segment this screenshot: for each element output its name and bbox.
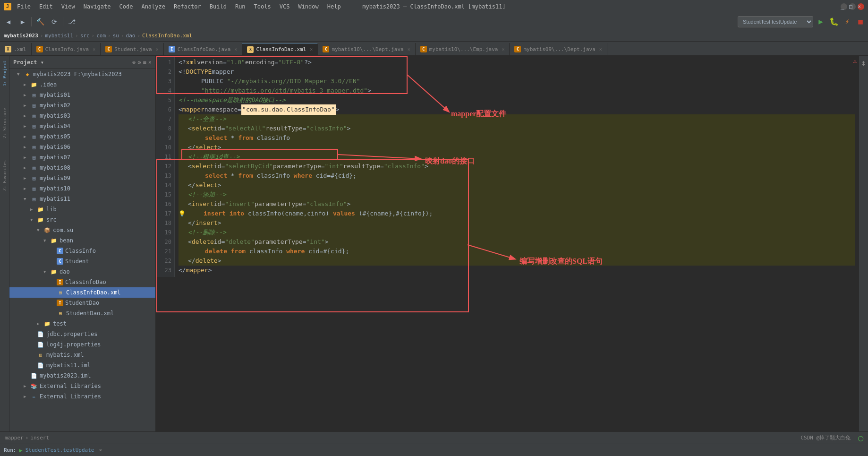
tab-xml-marker[interactable]: X .xml xyxy=(0,43,32,55)
sidebar-icon-localize[interactable]: ⊕ xyxy=(132,59,136,66)
tree-lib[interactable]: ▶ 📁 lib xyxy=(9,204,155,215)
expand-arrow-idea: ▶ xyxy=(24,82,30,87)
tab-mybatis09-dept[interactable]: C mybatis09\...\Dept.java × xyxy=(510,43,607,55)
tree-mybatis02[interactable]: ▶ ▤ mybatis02 xyxy=(9,100,155,111)
profile-btn[interactable]: ⚡ xyxy=(842,16,853,27)
tab-classinfodao-xml-close[interactable]: × xyxy=(310,47,313,52)
code-editor[interactable]: 1 2 3 4 5 6 7 8 9 10 11 12 13 14 15 16 1… xyxy=(156,56,859,277)
menu-run[interactable]: Run xyxy=(231,2,249,11)
tree-classinfodao-interface[interactable]: I ClassInfoDao xyxy=(9,277,155,287)
menu-help[interactable]: Help xyxy=(323,2,345,11)
tab-classinfodao-java-close[interactable]: × xyxy=(234,47,237,52)
build-btn[interactable]: 🔨 xyxy=(34,15,47,28)
menu-window[interactable]: Window xyxy=(294,2,322,11)
tree-external-libs[interactable]: ▶ 📚 External Libraries xyxy=(9,381,155,391)
tree-mybatis11-iml[interactable]: 📄 mybatis11.iml xyxy=(9,360,155,370)
tree-studentdao-interface[interactable]: I StudentDao xyxy=(9,298,155,308)
menu-refactor[interactable]: Refactor xyxy=(170,2,205,11)
run-btn[interactable]: ▶ xyxy=(815,16,826,27)
code-content[interactable]: <?xml version="1.0" encoding="UTF-8"?> <… xyxy=(175,56,859,277)
tab-mybatis09-dept-close[interactable]: × xyxy=(599,47,602,52)
menu-tools[interactable]: Tools xyxy=(250,2,275,11)
stop-btn[interactable]: ■ xyxy=(855,16,866,27)
tree-dao[interactable]: ▼ 📁 dao xyxy=(9,267,155,277)
run-bar-close[interactable]: × xyxy=(99,447,102,453)
tree-mybatis09[interactable]: ▶ ▤ mybatis09 xyxy=(9,173,155,183)
menu-code[interactable]: Code xyxy=(116,2,137,11)
tree-classinfo[interactable]: C ClassInfo xyxy=(9,246,155,256)
bc-src[interactable]: src xyxy=(80,33,90,39)
tree-mybatis07[interactable]: ▶ ▤ mybatis07 xyxy=(9,152,155,163)
tab-classinfo-close[interactable]: × xyxy=(93,47,95,52)
tree-mybatis-xml[interactable]: ⊞ mybatis.xml xyxy=(9,350,155,360)
tree-test[interactable]: ▶ 📁 test xyxy=(9,318,155,329)
tree-idea[interactable]: ▶ 📁 .idea xyxy=(9,79,155,90)
tree-studentdao-xml[interactable]: ⊞ StudentDao.xml xyxy=(9,308,155,318)
tab-student-java[interactable]: C Student.java × xyxy=(101,43,164,55)
close-btn[interactable]: × xyxy=(858,3,864,10)
bc-com[interactable]: com xyxy=(96,33,106,39)
favorites-tab[interactable]: Z: Favorites xyxy=(1,156,8,195)
tree-mybatis11[interactable]: ▼ ▤ mybatis11 xyxy=(9,194,155,204)
tree-com-su[interactable]: ▼ 📦 com.su xyxy=(9,225,155,235)
tree-log4j-props[interactable]: 📄 log4j.properties xyxy=(9,339,155,350)
tab-classinfodao-xml[interactable]: X ClassInfoDao.xml × xyxy=(242,43,318,55)
tree-mybatis10-label: mybatis10 xyxy=(40,185,70,192)
tree-mybatis2023-iml[interactable]: 📄 mybatis2023.iml xyxy=(9,370,155,381)
bc-mybatis2023[interactable]: mybatis2023 xyxy=(4,33,38,39)
sidebar-icon-settings[interactable]: ⚙ xyxy=(137,59,141,66)
expand-arrow-com: ▼ xyxy=(37,228,43,232)
tree-mybatis05[interactable]: ▶ ▤ mybatis05 xyxy=(9,131,155,142)
tab-mybatis10-dept-close[interactable]: × xyxy=(408,47,410,52)
sidebar-icon-close[interactable]: × xyxy=(148,59,152,66)
tree-mybatis04[interactable]: ▶ ▤ mybatis04 xyxy=(9,121,155,131)
tree-mybatis2023[interactable]: ▼ ◆ mybatis2023 F:\mybatis2023 xyxy=(9,69,155,79)
tree-jdbc-props[interactable]: 📄 jdbc.properties xyxy=(9,329,155,339)
tab-classinfodao-java[interactable]: I ClassInfoDao.java × xyxy=(164,43,243,55)
tab-mybatis10-dept[interactable]: C mybatis10\...\Dept.java × xyxy=(318,43,415,55)
forward-btn[interactable]: ▶ xyxy=(16,15,29,28)
back-btn[interactable]: ◀ xyxy=(2,15,15,28)
menu-navigate[interactable]: Navigate xyxy=(80,2,115,11)
project-tab[interactable]: 1: Project xyxy=(1,57,8,90)
maximize-btn[interactable]: □ xyxy=(849,3,856,10)
bc-su[interactable]: su xyxy=(113,33,119,39)
tab-mybatis10-emp[interactable]: C mybatis10\...\Emp.java × xyxy=(416,43,510,55)
menu-edit[interactable]: Edit xyxy=(35,2,57,11)
xml-icon-tree: ⊞ xyxy=(57,289,64,296)
tree-bean[interactable]: ▼ 📁 bean xyxy=(9,235,155,246)
tree-mybatis10[interactable]: ▶ ▤ mybatis10 xyxy=(9,183,155,194)
menu-analyze[interactable]: Analyze xyxy=(137,2,169,11)
minimize-btn[interactable]: _ xyxy=(841,3,847,10)
run-config-name[interactable]: StudentTest.testUpdate xyxy=(26,447,94,453)
tree-scratches[interactable]: ▶ ✏ External Libraries xyxy=(9,391,155,402)
sync-btn[interactable]: ⟳ xyxy=(48,15,61,28)
tab-mybatis10-emp-close[interactable]: × xyxy=(502,47,504,52)
tree-mybatis08[interactable]: ▶ ▤ mybatis08 xyxy=(9,163,155,173)
right-panel-icon[interactable]: ↕ xyxy=(861,58,866,68)
debug-btn[interactable]: 🐛 xyxy=(828,16,840,27)
tab-classinfo-java[interactable]: C ClassInfo.java × xyxy=(32,43,101,55)
code-line-17: 💡 insert into classInfo(cname,cinfo) val… xyxy=(179,209,855,218)
tab-student-close[interactable]: × xyxy=(156,47,159,52)
menu-build[interactable]: Build xyxy=(206,2,230,11)
tree-mybatis06[interactable]: ▶ ▤ mybatis06 xyxy=(9,142,155,152)
run-bar: Run: ▶ StudentTest.testUpdate × xyxy=(0,444,868,456)
tree-student[interactable]: C Student xyxy=(9,256,155,267)
tree-classinfodao-xml[interactable]: ⊞ ClassInfoDao.xml xyxy=(9,287,155,298)
tree-mybatis03[interactable]: ▶ ▤ mybatis03 xyxy=(9,111,155,121)
menu-vcs[interactable]: VCS xyxy=(276,2,294,11)
menu-view[interactable]: View xyxy=(58,2,79,11)
tree-mybatis01[interactable]: ▶ ▤ mybatis01 xyxy=(9,90,155,100)
bc-mybatis11[interactable]: mybatis11 xyxy=(45,33,73,39)
git-btn[interactable]: ⎇ xyxy=(65,15,78,28)
structure-tab[interactable]: 2: Structure xyxy=(1,104,8,142)
run-config-select[interactable]: StudentTest.testUpdate xyxy=(738,16,813,27)
bc-dao[interactable]: dao xyxy=(126,33,136,39)
module-icon-05: ▤ xyxy=(30,133,38,140)
toolbar-separator-1 xyxy=(31,17,32,26)
tree-src[interactable]: ▼ 📁 src xyxy=(9,215,155,225)
sidebar-icon-collapse[interactable]: ≡ xyxy=(143,59,146,66)
menu-file[interactable]: File xyxy=(13,2,34,11)
bc-file[interactable]: ClassInfoDao.xml xyxy=(142,33,192,39)
